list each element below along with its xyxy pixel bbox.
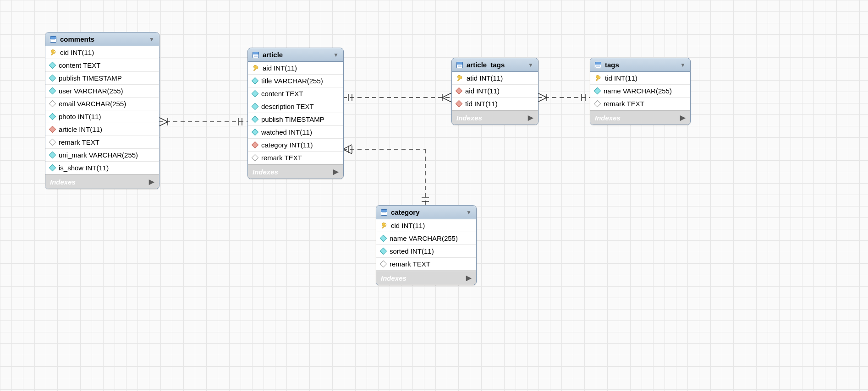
field-row[interactable]: publish TIMESTAMP (248, 113, 343, 126)
field-row[interactable]: category INT(11) (248, 139, 343, 152)
field-row[interactable]: cid INT(11) (45, 46, 159, 59)
diamond-icon (49, 113, 56, 120)
indexes-label: Indexes (381, 274, 407, 282)
entity-article-tags[interactable]: article_tags ▼ atid INT(11) aid INT(11) … (451, 58, 538, 125)
field-label: aid INT(11) (465, 87, 500, 95)
svg-point-0 (54, 51, 55, 52)
diamond-icon (380, 248, 387, 255)
diamond-icon (252, 154, 259, 162)
field-row[interactable]: remark TEXT (45, 136, 159, 149)
field-row[interactable]: user VARCHAR(255) (45, 85, 159, 98)
table-icon (253, 52, 259, 58)
entity-title: article (263, 51, 330, 59)
collapse-icon[interactable]: ▼ (528, 62, 533, 68)
field-row[interactable]: content TEXT (45, 59, 159, 72)
field-label: watched INT(11) (261, 128, 312, 136)
field-row[interactable]: cid INT(11) (376, 219, 476, 232)
field-row[interactable]: title VARCHAR(255) (248, 75, 343, 87)
field-row[interactable]: photo INT(11) (45, 110, 159, 123)
entity-tags[interactable]: tags ▼ tid INT(11) name VARCHAR(255) rem… (590, 58, 691, 125)
entity-title: tags (605, 61, 676, 69)
diamond-icon (252, 77, 259, 85)
expand-icon[interactable]: ▶ (680, 114, 686, 122)
indexes-row[interactable]: Indexes▶ (248, 164, 343, 179)
diamond-icon (252, 90, 259, 98)
field-label: content TEXT (261, 90, 303, 98)
entity-header[interactable]: article_tags ▼ (452, 58, 538, 72)
diamond-icon (49, 152, 56, 159)
collapse-icon[interactable]: ▼ (149, 36, 154, 43)
expand-icon[interactable]: ▶ (466, 274, 472, 282)
expand-icon[interactable]: ▶ (149, 178, 154, 186)
field-label: title VARCHAR(255) (261, 77, 323, 85)
field-row[interactable]: email VARCHAR(255) (45, 98, 159, 110)
table-icon (381, 209, 387, 216)
er-diagram-canvas[interactable]: comments ▼ cid INT(11) content TEXT publ… (0, 0, 868, 391)
field-row[interactable]: publish TIMESTAMP (45, 72, 159, 85)
diamond-icon (49, 126, 56, 133)
collapse-icon[interactable]: ▼ (333, 52, 339, 58)
table-icon (456, 62, 463, 68)
entity-header[interactable]: category ▼ (376, 206, 476, 219)
field-row[interactable]: uni_mark VARCHAR(255) (45, 149, 159, 162)
entity-header[interactable]: article ▼ (248, 48, 343, 62)
diamond-icon (252, 116, 259, 123)
entity-comments[interactable]: comments ▼ cid INT(11) content TEXT publ… (45, 32, 159, 189)
entity-article[interactable]: article ▼ aid INT(11) title VARCHAR(255)… (247, 48, 344, 179)
diamond-icon (594, 100, 601, 108)
field-label: sorted INT(11) (390, 247, 434, 255)
field-row[interactable]: remark TEXT (248, 152, 343, 164)
diamond-icon (456, 100, 463, 108)
field-label: cid INT(11) (391, 222, 425, 229)
diamond-icon (49, 62, 56, 69)
indexes-row[interactable]: Indexes▶ (45, 174, 159, 189)
diamond-icon (49, 164, 56, 172)
field-row[interactable]: description TEXT (248, 100, 343, 113)
field-row[interactable]: watched INT(11) (248, 126, 343, 139)
indexes-row[interactable]: Indexes▶ (590, 110, 690, 125)
entity-category[interactable]: category ▼ cid INT(11) name VARCHAR(255)… (376, 205, 477, 285)
field-row[interactable]: aid INT(11) (452, 85, 538, 98)
field-label: remark TEXT (59, 138, 99, 146)
key-icon (381, 223, 387, 229)
field-label: tid INT(11) (605, 74, 637, 82)
collapse-icon[interactable]: ▼ (680, 62, 686, 68)
diamond-icon (380, 261, 387, 268)
field-label: tid INT(11) (465, 100, 498, 108)
field-row[interactable]: article INT(11) (45, 123, 159, 136)
field-label: remark TEXT (390, 260, 430, 268)
entity-header[interactable]: comments ▼ (45, 33, 159, 46)
indexes-label: Indexes (456, 114, 482, 122)
field-row[interactable]: tid INT(11) (452, 98, 538, 110)
field-row[interactable]: tid INT(11) (590, 72, 690, 85)
field-row[interactable]: content TEXT (248, 87, 343, 100)
field-row[interactable]: remark TEXT (376, 258, 476, 271)
key-icon (456, 75, 463, 81)
field-label: photo INT(11) (59, 113, 101, 120)
diamond-icon (49, 87, 56, 95)
entity-title: category (391, 208, 462, 216)
field-row[interactable]: is_show INT(11) (45, 162, 159, 174)
indexes-label: Indexes (50, 178, 76, 186)
indexes-row[interactable]: Indexes▶ (452, 110, 538, 125)
indexes-row[interactable]: Indexes▶ (376, 271, 476, 285)
field-label: is_show INT(11) (59, 164, 109, 172)
field-row[interactable]: atid INT(11) (452, 72, 538, 85)
collapse-icon[interactable]: ▼ (466, 209, 472, 216)
entity-title: comments (60, 35, 145, 43)
field-label: aid INT(11) (263, 64, 297, 72)
diamond-icon (49, 139, 56, 146)
expand-icon[interactable]: ▶ (333, 168, 339, 176)
entity-header[interactable]: tags ▼ (590, 58, 690, 72)
expand-icon[interactable]: ▶ (528, 114, 533, 122)
field-row[interactable]: aid INT(11) (248, 62, 343, 75)
field-label: description TEXT (261, 103, 314, 110)
indexes-label: Indexes (253, 168, 278, 176)
field-label: name VARCHAR(255) (390, 234, 458, 242)
field-row[interactable]: name VARCHAR(255) (376, 232, 476, 245)
field-label: remark TEXT (604, 100, 644, 108)
indexes-label: Indexes (595, 114, 621, 122)
field-row[interactable]: name VARCHAR(255) (590, 85, 690, 98)
field-row[interactable]: remark TEXT (590, 98, 690, 110)
field-row[interactable]: sorted INT(11) (376, 245, 476, 258)
